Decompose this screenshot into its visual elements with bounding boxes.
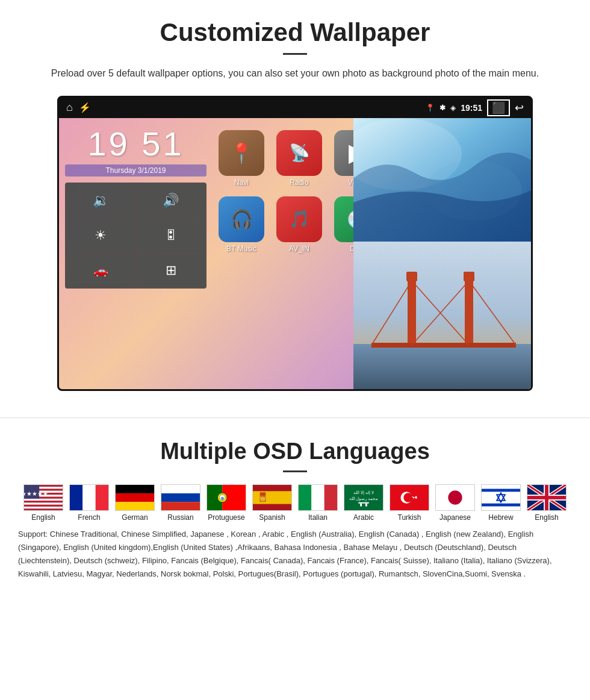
- svg-text:محمد رسول الله: محمد رسول الله: [349, 496, 379, 501]
- back-icon: ↩: [515, 101, 524, 114]
- flag-item-french: French: [66, 484, 112, 522]
- support-text: Support: Chinese Traditional, Chinese Si…: [18, 528, 572, 581]
- svg-rect-28: [116, 502, 154, 510]
- radio-label: Radio: [290, 178, 308, 187]
- flag-pt: ⊕: [206, 484, 246, 511]
- flag-item-turkish: Turkish: [387, 484, 432, 522]
- svg-text:⊕: ⊕: [220, 495, 225, 501]
- wallpaper-thumb-ice: [353, 118, 531, 242]
- svg-rect-26: [116, 484, 154, 493]
- wallpaper-thumb-bridge: [353, 242, 531, 389]
- home-icon: ⌂: [66, 101, 73, 114]
- svg-rect-38: [253, 491, 291, 504]
- title-divider: [283, 53, 307, 55]
- wallpaper-thumbs: [353, 118, 531, 389]
- equalizer-btn[interactable]: 🎛: [137, 219, 206, 252]
- svg-rect-27: [116, 493, 154, 502]
- svg-rect-5: [408, 278, 416, 347]
- navi-label: Navi: [234, 178, 249, 187]
- brightness-btn[interactable]: ☀: [66, 219, 135, 252]
- location-icon: 📍: [426, 104, 435, 112]
- svg-rect-43: [324, 484, 337, 510]
- device-mockup: ⌂ ⚡ 📍 ✱ ◈ 19:51 ⬛ ↩ 19 51 Thursday 3/1/2…: [57, 96, 533, 391]
- status-bar-right: 📍 ✱ ◈ 19:51 ⬛ ↩: [426, 99, 524, 116]
- flag-label-english-us: English: [31, 513, 55, 522]
- status-bar: ⌂ ⚡ 📍 ✱ ◈ 19:51 ⬛ ↩: [59, 98, 531, 118]
- svg-rect-12: [406, 272, 417, 281]
- svg-rect-20: [24, 507, 63, 508]
- svg-rect-23: [70, 484, 82, 510]
- svg-rect-19: [24, 502, 63, 504]
- svg-point-52: [403, 493, 413, 502]
- svg-rect-24: [82, 484, 95, 510]
- svg-rect-57: [482, 484, 520, 510]
- svg-rect-25: [96, 484, 108, 510]
- flag-gb: [527, 484, 567, 511]
- svg-point-56: [448, 490, 462, 504]
- flag-label-italian: Italian: [308, 513, 328, 522]
- flag-fr: [69, 484, 109, 511]
- flag-label-german: German: [122, 513, 148, 522]
- svg-rect-59: [482, 503, 520, 506]
- avin-icon: 🎵: [276, 196, 322, 242]
- flag-us: ★★★★★★: [23, 484, 63, 511]
- svg-rect-29: [161, 484, 200, 493]
- flag-label-turkish: Turkish: [398, 513, 421, 522]
- vol-down-btn[interactable]: 🔉: [66, 184, 135, 217]
- window-icon: ⬛: [487, 99, 510, 116]
- svg-text:لا إله إلا الله: لا إله إلا الله: [353, 490, 374, 495]
- svg-rect-6: [465, 278, 473, 347]
- status-time: 19:51: [461, 103, 482, 113]
- flag-item-arabic: لا إله إلا الله محمد رسول الله Arabic: [341, 484, 387, 522]
- flag-jp: [435, 484, 475, 511]
- usb-icon: ⚡: [79, 102, 91, 113]
- app-radio[interactable]: 📡 Radio: [276, 130, 322, 187]
- languages-section: Multiple OSD Languages ★★★★★★ English: [0, 433, 590, 593]
- app-avin[interactable]: 🎵 AV_IN: [276, 196, 322, 253]
- flag-il: [481, 484, 521, 511]
- svg-rect-48: [360, 503, 362, 506]
- svg-rect-4: [353, 344, 531, 389]
- apps-btn[interactable]: ⊞: [137, 254, 206, 287]
- flag-label-spanish: Spanish: [259, 513, 285, 522]
- languages-title: Multiple OSD Languages: [18, 439, 572, 464]
- languages-divider: [283, 470, 307, 472]
- flag-item-german: German: [112, 484, 158, 522]
- signal-icon: ◈: [450, 104, 456, 112]
- flag-it: [298, 484, 338, 511]
- flag-label-arabic: Arabic: [353, 513, 374, 522]
- svg-rect-47: [358, 502, 368, 503]
- flag-item-english-gb: English: [524, 484, 570, 522]
- svg-text:★★★★★★: ★★★★★★: [24, 490, 48, 497]
- flag-item-italian: Italian: [295, 484, 341, 522]
- app-navi[interactable]: 📍 Navi: [219, 130, 264, 187]
- flag-es: 👑: [252, 484, 292, 511]
- flag-label-hebrew: Hebrew: [488, 513, 513, 522]
- car-btn[interactable]: 🚗: [66, 254, 135, 287]
- navi-icon: 📍: [219, 130, 264, 176]
- controls-grid: 🔉 🔊 ☀ 🎛 🚗 ⊞: [65, 183, 206, 289]
- vol-up-btn[interactable]: 🔊: [137, 184, 206, 217]
- svg-rect-70: [527, 496, 566, 499]
- svg-rect-49: [365, 503, 367, 506]
- home-screen: 19 51 Thursday 3/1/2019 🔉 🔊 ☀ 🎛 🚗 ⊞: [59, 118, 531, 389]
- section-divider-line: [0, 417, 590, 418]
- radio-icon: 📡: [276, 130, 322, 176]
- svg-rect-18: [24, 498, 63, 500]
- btmusic-label: BT Music: [226, 245, 256, 253]
- flag-label-russian: Russian: [167, 513, 193, 522]
- app-btmusic[interactable]: 🎧 BT Music: [219, 196, 264, 253]
- flag-label-english-gb: English: [535, 513, 558, 522]
- flag-ru: [161, 484, 200, 511]
- flag-sa: لا إله إلا الله محمد رسول الله: [344, 484, 384, 511]
- flag-item-portuguese: ⊕ Protuguese: [203, 484, 249, 522]
- svg-rect-7: [371, 343, 516, 348]
- clock-display: 19 51: [65, 124, 206, 163]
- flag-item-hebrew: Hebrew: [478, 484, 524, 522]
- flag-item-japanese: Japanese: [432, 484, 478, 522]
- status-bar-left: ⌂ ⚡: [66, 101, 91, 114]
- btmusic-icon: 🎧: [219, 196, 264, 242]
- date-display: Thursday 3/1/2019: [65, 164, 206, 177]
- flag-label-portuguese: Protuguese: [208, 513, 244, 522]
- svg-rect-31: [161, 502, 200, 510]
